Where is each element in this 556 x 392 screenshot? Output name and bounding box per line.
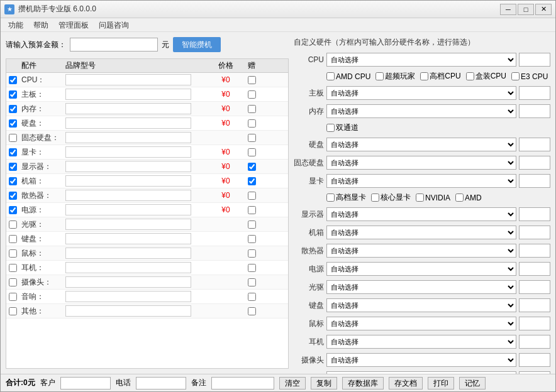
audio-model-input[interactable] (65, 291, 191, 302)
igpu-checkbox[interactable] (371, 193, 379, 202)
amd-cpu-option[interactable]: AMD CPU (326, 72, 370, 81)
right-optical-select[interactable]: 自动选择 (326, 280, 516, 294)
other-checkbox[interactable] (9, 307, 17, 315)
monitor-model-input[interactable] (65, 161, 191, 172)
ssd-gift-checkbox[interactable] (248, 134, 256, 142)
menu-admin[interactable]: 管理面板 (53, 19, 94, 30)
right-mb-select[interactable]: 自动选择 (326, 86, 516, 100)
hdd-gift-checkbox[interactable] (248, 119, 256, 128)
hdd-model-input[interactable] (65, 117, 191, 129)
amd-gpu-checkbox[interactable] (455, 193, 464, 202)
right-cpu-select[interactable]: 自动选择 (326, 53, 516, 67)
right-gpu-select[interactable]: 自动选择 (326, 174, 516, 188)
right-ram-filter[interactable] (519, 104, 550, 118)
right-ssd-filter[interactable] (519, 156, 550, 170)
right-monitor-filter[interactable] (519, 207, 550, 221)
highend-gpu-option[interactable]: 高档显卡 (326, 192, 366, 203)
cpu-model-input[interactable] (65, 74, 191, 85)
dual-channel-option[interactable]: 双通道 (326, 122, 359, 133)
monitor-checkbox[interactable] (9, 163, 17, 171)
right-case-filter[interactable] (519, 226, 550, 239)
right-keyboard-select[interactable]: 自动选择 (326, 298, 516, 312)
right-keyboard-filter[interactable] (519, 298, 550, 312)
overclock-option[interactable]: 超频玩家 (375, 71, 415, 82)
cooler-gift-checkbox[interactable] (248, 192, 256, 200)
ram-checkbox[interactable] (9, 105, 17, 113)
right-camera-filter[interactable] (519, 353, 550, 367)
menu-support[interactable]: 问题咨询 (94, 19, 134, 30)
overclock-checkbox[interactable] (375, 72, 384, 80)
optical-model-input[interactable] (65, 219, 191, 230)
igpu-option[interactable]: 核心显卡 (371, 192, 411, 203)
menu-help[interactable]: 帮助 (28, 19, 53, 30)
boxed-cpu-checkbox[interactable] (466, 72, 474, 80)
nvidia-checkbox[interactable] (416, 193, 424, 202)
highend-cpu-checkbox[interactable] (420, 72, 428, 80)
headphone-gift-checkbox[interactable] (248, 264, 256, 272)
close-button[interactable]: ✕ (535, 4, 552, 15)
boxed-cpu-option[interactable]: 盒装CPU (466, 71, 506, 82)
right-psu-select[interactable]: 自动选择 (326, 262, 516, 276)
case-checkbox[interactable] (9, 177, 17, 185)
right-audio-select[interactable]: 自动选择 (326, 371, 516, 374)
e3-cpu-option[interactable]: E3 CPU (511, 72, 548, 81)
print-button[interactable]: 打印 (428, 377, 454, 389)
phone-input[interactable] (136, 377, 186, 389)
nvidia-option[interactable]: NVIDIA (416, 193, 450, 202)
mb-gift-checkbox[interactable] (248, 90, 256, 99)
other-model-input[interactable] (65, 305, 191, 317)
optical-gift-checkbox[interactable] (248, 220, 256, 229)
cpu-checkbox[interactable] (9, 76, 17, 84)
headphone-model-input[interactable] (65, 262, 191, 273)
audio-gift-checkbox[interactable] (248, 293, 256, 301)
mouse-checkbox[interactable] (9, 249, 17, 258)
dual-channel-checkbox[interactable] (326, 124, 335, 132)
right-cooler-select[interactable]: 自动选择 (326, 244, 516, 258)
psu-gift-checkbox[interactable] (248, 206, 256, 214)
gpu-model-input[interactable] (65, 146, 191, 158)
keyboard-gift-checkbox[interactable] (248, 235, 256, 243)
mb-model-input[interactable] (65, 89, 191, 100)
gpu-checkbox[interactable] (9, 148, 17, 156)
maximize-button[interactable]: □ (518, 4, 534, 15)
camera-model-input[interactable] (65, 276, 191, 288)
mouse-model-input[interactable] (65, 248, 191, 259)
ssd-model-input[interactable] (65, 132, 191, 143)
right-mouse-select[interactable]: 自动选择 (326, 317, 516, 330)
memory-button[interactable]: 记忆 (459, 377, 486, 389)
cooler-model-input[interactable] (65, 190, 191, 201)
right-cooler-filter[interactable] (519, 244, 550, 258)
right-headphone-select[interactable]: 自动选择 (326, 335, 516, 349)
note-input[interactable] (211, 377, 274, 389)
save-doc-button[interactable]: 存文档 (389, 377, 423, 389)
customer-input[interactable] (60, 377, 111, 389)
right-hdd-select[interactable]: 自动选择 (326, 138, 516, 151)
mb-checkbox[interactable] (9, 90, 17, 99)
right-mouse-filter[interactable] (519, 317, 550, 330)
cpu-gift-checkbox[interactable] (248, 76, 256, 84)
amd-cpu-checkbox[interactable] (326, 72, 335, 80)
amd-gpu-option[interactable]: AMD (455, 193, 482, 202)
keyboard-checkbox[interactable] (9, 235, 17, 243)
menu-function[interactable]: 功能 (3, 19, 28, 30)
right-headphone-filter[interactable] (519, 335, 550, 349)
gpu-gift-checkbox[interactable] (248, 148, 256, 156)
ram-gift-checkbox[interactable] (248, 105, 256, 113)
right-case-select[interactable]: 自动选择 (326, 226, 516, 239)
hdd-checkbox[interactable] (9, 119, 17, 128)
e3-cpu-checkbox[interactable] (511, 72, 520, 80)
budget-input[interactable] (70, 38, 158, 52)
right-camera-select[interactable]: 自动选择 (326, 353, 516, 367)
headphone-checkbox[interactable] (9, 264, 17, 272)
right-optical-filter[interactable] (519, 280, 550, 294)
right-monitor-select[interactable]: 自动选择 (326, 207, 516, 221)
smart-build-button[interactable]: 智能攒机 (173, 37, 221, 52)
highend-gpu-checkbox[interactable] (326, 193, 335, 202)
right-audio-filter[interactable] (519, 371, 550, 374)
case-gift-checkbox[interactable] (248, 177, 256, 185)
camera-checkbox[interactable] (9, 278, 17, 286)
mouse-gift-checkbox[interactable] (248, 249, 256, 258)
other-gift-checkbox[interactable] (248, 307, 256, 315)
optical-checkbox[interactable] (9, 220, 17, 229)
clear-button[interactable]: 清空 (279, 377, 306, 389)
